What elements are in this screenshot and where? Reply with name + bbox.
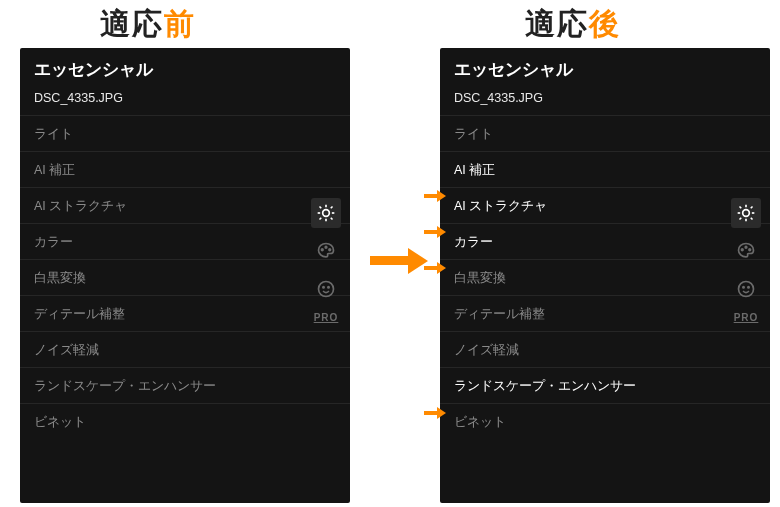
pro-badge[interactable]: PRO bbox=[731, 312, 761, 323]
svg-point-9 bbox=[321, 249, 323, 251]
row-label: ランドスケープ・エンハンサー bbox=[34, 379, 216, 393]
row-color[interactable]: カラー bbox=[20, 223, 350, 259]
row-label: ノイズ軽減 bbox=[34, 343, 99, 357]
row-landscape[interactable]: ランドスケープ・エンハンサー bbox=[20, 367, 350, 403]
svg-point-28 bbox=[743, 287, 744, 288]
svg-point-10 bbox=[325, 246, 327, 248]
row-bw[interactable]: 白黒変換 bbox=[440, 259, 770, 295]
icon-rail: PRO bbox=[308, 198, 344, 323]
row-label: AI 補正 bbox=[454, 163, 495, 177]
row-ai-structure[interactable]: AI ストラクチャ bbox=[440, 187, 770, 223]
row-label: 白黒変換 bbox=[454, 271, 506, 285]
svg-point-14 bbox=[328, 287, 329, 288]
heading-before: 適応前 bbox=[100, 4, 196, 45]
row-label: ライト bbox=[34, 127, 73, 141]
row-label: AI ストラクチャ bbox=[454, 199, 547, 213]
svg-point-13 bbox=[323, 287, 324, 288]
arrow-indicator-icon bbox=[424, 226, 448, 238]
brightness-icon[interactable] bbox=[731, 198, 761, 228]
svg-line-5 bbox=[320, 207, 322, 209]
row-landscape[interactable]: ランドスケープ・エンハンサー bbox=[440, 367, 770, 403]
pro-badge[interactable]: PRO bbox=[311, 312, 341, 323]
arrow-indicator-icon bbox=[424, 262, 448, 274]
palette-icon[interactable] bbox=[731, 236, 761, 266]
row-label: AI 補正 bbox=[34, 163, 75, 177]
svg-line-6 bbox=[331, 218, 333, 220]
heading-after-accent: 後 bbox=[589, 7, 621, 40]
row-light[interactable]: ライト bbox=[20, 115, 350, 151]
svg-line-7 bbox=[320, 218, 322, 220]
svg-point-11 bbox=[329, 249, 331, 251]
panel-after: エッセンシャル DSC_4335.JPG ライト AI 補正 AI ストラクチャ… bbox=[440, 48, 770, 503]
panel-title: エッセンシャル bbox=[440, 48, 770, 87]
row-light[interactable]: ライト bbox=[440, 115, 770, 151]
panel-before: エッセンシャル DSC_4335.JPG ライト AI 補正 AI ストラクチャ… bbox=[20, 48, 350, 503]
row-vignette[interactable]: ビネット bbox=[20, 403, 350, 439]
row-noise[interactable]: ノイズ軽減 bbox=[440, 331, 770, 367]
row-label: ノイズ軽減 bbox=[454, 343, 519, 357]
svg-line-22 bbox=[740, 218, 742, 220]
svg-point-0 bbox=[323, 210, 330, 217]
row-detail[interactable]: ディテール補整 bbox=[20, 295, 350, 331]
face-icon[interactable] bbox=[311, 274, 341, 304]
row-label: 白黒変換 bbox=[34, 271, 86, 285]
row-ai-correction[interactable]: AI 補正 bbox=[20, 151, 350, 187]
row-label: ディテール補整 bbox=[454, 307, 545, 321]
heading-after-prefix: 適応 bbox=[525, 7, 589, 40]
face-icon[interactable] bbox=[731, 274, 761, 304]
row-label: AI ストラクチャ bbox=[34, 199, 127, 213]
icon-rail: PRO bbox=[728, 198, 764, 323]
row-label: カラー bbox=[454, 235, 493, 249]
svg-point-12 bbox=[319, 282, 334, 297]
svg-point-26 bbox=[749, 249, 751, 251]
svg-point-27 bbox=[739, 282, 754, 297]
panel-filename: DSC_4335.JPG bbox=[20, 87, 350, 115]
svg-point-15 bbox=[743, 210, 750, 217]
arrow-indicator-icon bbox=[424, 407, 448, 419]
svg-line-20 bbox=[740, 207, 742, 209]
row-bw[interactable]: 白黒変換 bbox=[20, 259, 350, 295]
heading-after: 適応後 bbox=[525, 4, 621, 45]
row-label: カラー bbox=[34, 235, 73, 249]
svg-line-8 bbox=[331, 207, 333, 209]
palette-icon[interactable] bbox=[311, 236, 341, 266]
panel-title: エッセンシャル bbox=[20, 48, 350, 87]
svg-point-29 bbox=[748, 287, 749, 288]
heading-before-accent: 前 bbox=[164, 7, 196, 40]
row-detail[interactable]: ディテール補整 bbox=[440, 295, 770, 331]
svg-point-24 bbox=[741, 249, 743, 251]
row-label: ライト bbox=[454, 127, 493, 141]
svg-line-23 bbox=[751, 207, 753, 209]
panel-filename: DSC_4335.JPG bbox=[440, 87, 770, 115]
row-label: ランドスケープ・エンハンサー bbox=[454, 379, 636, 393]
row-label: ビネット bbox=[34, 415, 86, 429]
arrow-large-icon bbox=[370, 250, 430, 272]
heading-before-prefix: 適応 bbox=[100, 7, 164, 40]
brightness-icon[interactable] bbox=[311, 198, 341, 228]
row-vignette[interactable]: ビネット bbox=[440, 403, 770, 439]
row-label: ディテール補整 bbox=[34, 307, 125, 321]
row-ai-correction[interactable]: AI 補正 bbox=[440, 151, 770, 187]
row-color[interactable]: カラー bbox=[440, 223, 770, 259]
row-noise[interactable]: ノイズ軽減 bbox=[20, 331, 350, 367]
row-ai-structure[interactable]: AI ストラクチャ bbox=[20, 187, 350, 223]
arrow-indicator-icon bbox=[424, 190, 448, 202]
svg-line-21 bbox=[751, 218, 753, 220]
row-label: ビネット bbox=[454, 415, 506, 429]
svg-point-25 bbox=[745, 246, 747, 248]
